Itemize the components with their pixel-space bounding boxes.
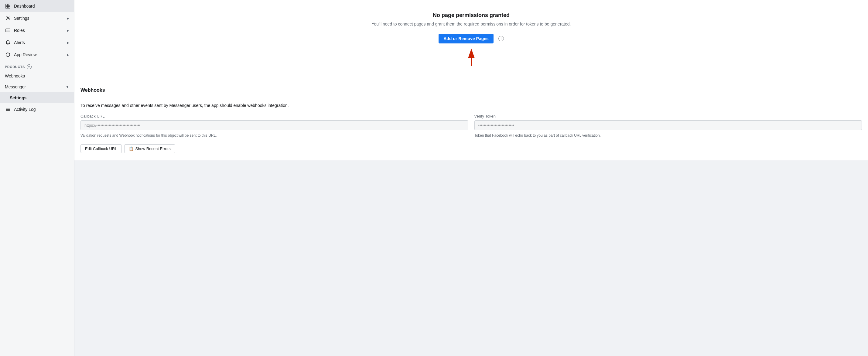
svg-point-7: [6, 109, 6, 110]
add-product-icon[interactable]: +: [27, 64, 32, 69]
svg-rect-1: [6, 29, 10, 32]
sidebar-item-activity-log-label: Activity Log: [14, 107, 69, 112]
add-remove-pages-button[interactable]: Add or Remove Pages: [439, 34, 494, 43]
verify-token-hint: Token that Facebook will echo back to yo…: [474, 133, 862, 138]
sidebar: Dashboard Settings ▶ Roles ▶ Aler: [0, 0, 74, 356]
app-review-arrow-icon: ▶: [67, 53, 69, 57]
sidebar-item-roles-label: Roles: [14, 28, 67, 33]
permissions-description: You'll need to connect pages and grant t…: [81, 22, 862, 26]
settings-arrow-icon: ▶: [67, 17, 69, 20]
verify-token-input[interactable]: [474, 120, 862, 130]
edit-callback-url-button[interactable]: Edit Callback URL: [81, 144, 122, 153]
dashboard-icon: [5, 3, 11, 9]
edit-callback-url-label: Edit Callback URL: [85, 146, 117, 151]
alerts-arrow-icon: ▶: [67, 41, 69, 44]
callback-url-hint: Validation requests and Webhook notifica…: [81, 133, 468, 138]
settings-icon: [5, 15, 11, 21]
webhooks-description: To receive messages and other events sen…: [81, 103, 862, 108]
roles-icon: [5, 27, 11, 33]
sidebar-item-alerts-label: Alerts: [14, 40, 67, 45]
callback-url-input[interactable]: [81, 120, 468, 130]
svg-point-8: [6, 110, 6, 111]
webhooks-title: Webhooks: [81, 87, 862, 98]
callback-url-field: Callback URL: [81, 114, 468, 130]
form-row-inputs: Callback URL Verify Token: [81, 114, 862, 130]
sidebar-item-activity-log[interactable]: Activity Log: [0, 103, 74, 115]
permissions-panel: No page permissions granted You'll need …: [74, 0, 868, 80]
sidebar-item-alerts[interactable]: Alerts ▶: [0, 36, 74, 49]
sidebar-item-roles[interactable]: Roles ▶: [0, 24, 74, 36]
sidebar-item-dashboard-label: Dashboard: [14, 4, 69, 8]
products-section-label: PRODUCTS +: [0, 61, 74, 70]
verify-token-field: Verify Token: [474, 114, 862, 130]
permissions-title: No page permissions granted: [81, 12, 862, 19]
main-content: No page permissions granted You'll need …: [74, 0, 868, 356]
activity-log-icon: [5, 106, 11, 112]
callback-url-label: Callback URL: [81, 114, 468, 118]
alerts-icon: [5, 39, 11, 46]
sidebar-item-dashboard[interactable]: Dashboard: [0, 0, 74, 12]
sidebar-item-messenger-settings[interactable]: Settings: [0, 92, 74, 103]
messenger-dropdown-icon: ▼: [66, 85, 69, 89]
show-recent-errors-button[interactable]: 📋 Show Recent Errors: [124, 144, 175, 153]
sidebar-item-webhooks-label: Webhooks: [5, 73, 69, 78]
sidebar-item-webhooks[interactable]: Webhooks: [0, 70, 74, 81]
sidebar-item-messenger-label: Messenger: [5, 84, 66, 89]
sidebar-item-app-review-label: App Review: [14, 52, 67, 57]
clipboard-icon: 📋: [129, 146, 134, 151]
arrow-annotation: [81, 47, 862, 68]
red-arrow-icon: [462, 47, 480, 68]
svg-point-0: [7, 18, 9, 19]
sidebar-item-app-review[interactable]: App Review ▶: [0, 49, 74, 61]
sidebar-item-settings[interactable]: Settings ▶: [0, 12, 74, 24]
info-icon[interactable]: i: [498, 36, 504, 41]
show-recent-errors-label: Show Recent Errors: [135, 146, 171, 151]
webhooks-panel: Webhooks To receive messages and other e…: [74, 80, 868, 160]
hint-row: Validation requests and Webhook notifica…: [81, 133, 862, 138]
button-row: Edit Callback URL 📋 Show Recent Errors: [81, 144, 862, 153]
app-review-icon: [5, 52, 11, 58]
verify-token-label: Verify Token: [474, 114, 862, 118]
sidebar-item-messenger-settings-label: Settings: [5, 95, 69, 100]
roles-arrow-icon: ▶: [67, 29, 69, 32]
svg-point-6: [6, 108, 6, 109]
sidebar-item-messenger[interactable]: Messenger ▼: [0, 81, 74, 92]
sidebar-item-settings-label: Settings: [14, 16, 67, 21]
